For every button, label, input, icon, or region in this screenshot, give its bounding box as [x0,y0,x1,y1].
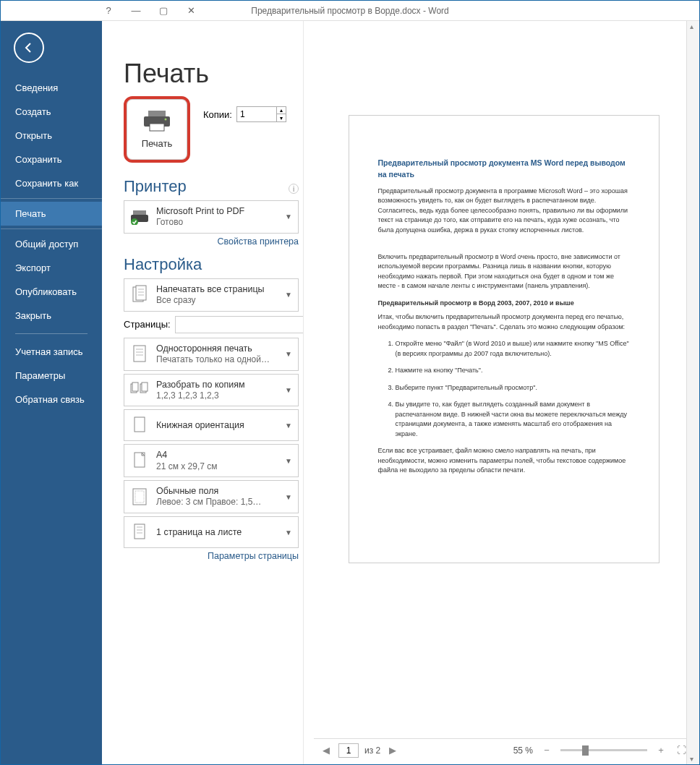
page-setup-link[interactable]: Параметры страницы [124,551,299,561]
zoom-label: 55 % [513,745,533,756]
per-sheet-icon [130,521,149,543]
orientation-icon [130,414,149,436]
settings-header: Настройка [124,255,202,274]
printer-dropdown[interactable]: Microsoft Print to PDF Готово ▼ [124,200,299,234]
close-icon[interactable]: ✕ [184,4,197,17]
help-icon[interactable]: ? [102,4,115,17]
sidebar-item-share[interactable]: Общий доступ [1,232,102,256]
margins-dropdown[interactable]: Обычные поляЛевое: 3 см Правое: 1,5… ▼ [124,480,299,513]
chevron-down-icon: ▼ [285,457,292,465]
chevron-down-icon: ▼ [285,291,292,299]
pages-label: Страницы: [124,319,171,330]
sidebar-item-print[interactable]: Печать [1,202,102,226]
orientation-dropdown[interactable]: Книжная ориентация ▼ [124,409,299,441]
sidebar-item-new[interactable]: Создать [1,100,102,124]
chevron-down-icon: ▼ [285,213,292,221]
svg-rect-17 [132,382,138,391]
preview-column: Предварительный просмотр документа MS Wo… [303,21,699,764]
chevron-down-icon: ▼ [285,493,292,501]
collate-dropdown[interactable]: Разобрать по копиям1,2,3 1,2,3 1,2,3 ▼ [124,374,299,407]
zoom-out-button[interactable]: − [540,744,553,757]
preview-page: Предварительный просмотр документа MS Wo… [349,115,660,563]
sidebar-item-close[interactable]: Закрыть [1,304,102,328]
sidebar-item-options[interactable]: Параметры [1,364,102,388]
preview-footer: ◀ из 2 ▶ 55 % − + ⛶ [314,738,693,761]
svg-rect-12 [134,346,145,362]
copies-spinner[interactable]: ▴▾ [277,106,286,122]
print-settings-column: Печать Печать Копии: ▴▾ Принтер i [102,21,303,764]
svg-rect-0 [148,111,166,116]
copies-label: Копии: [203,109,232,120]
paper-size-dropdown[interactable]: A421 см x 29,7 см ▼ [124,444,299,477]
sidebar-item-info[interactable]: Сведения [1,76,102,100]
sidebar-item-feedback[interactable]: Обратная связь [1,388,102,411]
sidebar-item-account[interactable]: Учетная запись [1,340,102,364]
svg-rect-2 [150,124,164,131]
svg-rect-24 [135,524,145,539]
chevron-down-icon: ▼ [285,422,292,429]
print-button[interactable]: Печать [124,96,190,163]
printer-status: Готово [156,217,278,228]
chevron-down-icon: ▼ [285,529,292,537]
printer-properties-link[interactable]: Свойства принтера [124,236,299,247]
pages-input[interactable] [175,316,303,333]
svg-rect-19 [142,382,148,391]
sidebar-item-save[interactable]: Сохранить [1,148,102,171]
maximize-icon[interactable]: ▢ [157,4,170,17]
sidebar-item-saveas[interactable]: Сохранить как [1,171,102,195]
window-title: Предварительный просмотр в Ворде.docx - … [251,6,448,16]
sidebar-item-export[interactable]: Экспорт [1,256,102,280]
svg-point-3 [165,118,167,120]
printer-status-icon [130,206,149,228]
back-button[interactable] [14,33,44,63]
printer-header: Принтер [124,177,187,196]
next-page-button[interactable]: ▶ [386,744,399,757]
printer-info-icon[interactable]: i [289,184,299,194]
chevron-down-icon: ▼ [285,350,292,358]
margins-icon [130,486,149,508]
titlebar: Предварительный просмотр в Ворде.docx - … [1,1,699,21]
prev-page-button[interactable]: ◀ [320,744,333,757]
duplex-icon [130,343,149,365]
collate-icon [130,379,149,401]
zoom-in-button[interactable]: + [654,744,667,757]
print-range-dropdown[interactable]: Напечатать все страницыВсе сразу ▼ [124,278,299,312]
duplex-dropdown[interactable]: Односторонняя печатьПечатать только на о… [124,338,299,371]
svg-rect-20 [135,417,145,432]
paper-icon [130,450,149,471]
svg-rect-8 [136,286,146,300]
page-title: Печать [124,59,299,89]
sidebar-item-open[interactable]: Открыть [1,124,102,148]
svg-rect-4 [133,210,146,215]
pages-icon [130,284,149,306]
minimize-icon[interactable]: — [129,4,142,17]
sidebar: Сведения Создать Открыть Сохранить Сохра… [1,21,102,764]
sidebar-item-publish[interactable]: Опубликовать [1,280,102,304]
page-count-label: из 2 [364,745,380,756]
preview-scrollbar[interactable] [686,21,699,764]
copies-input[interactable] [236,106,277,122]
zoom-slider[interactable] [560,749,647,751]
printer-name: Microsoft Print to PDF [156,205,278,217]
chevron-down-icon: ▼ [285,386,292,394]
pages-per-sheet-dropdown[interactable]: 1 страница на листе ▼ [124,516,299,548]
printer-icon [142,111,171,132]
print-button-label: Печать [142,138,173,149]
page-number-input[interactable] [338,743,359,758]
preview-heading: Предварительный просмотр документа MS Wo… [378,158,630,181]
